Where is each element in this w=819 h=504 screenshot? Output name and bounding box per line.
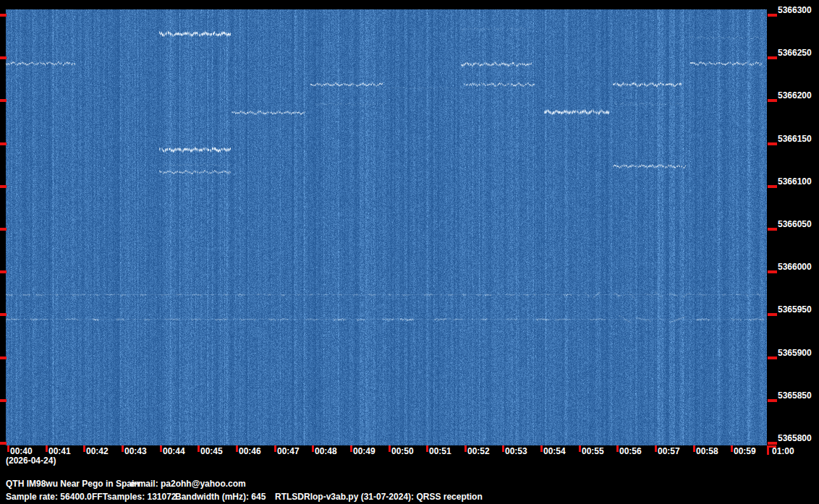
waterfall-spectrogram [6, 9, 767, 445]
time-tick [616, 445, 619, 452]
sample-rate-text: Sample rate: 56400.0 [6, 492, 92, 502]
freq-label: 5365800 [778, 433, 819, 443]
freq-tick-right [768, 399, 777, 402]
email-text: e-mail: pa2ohh@yahoo.com [130, 479, 246, 489]
time-tick [83, 445, 85, 452]
time-tick [464, 445, 467, 452]
time-label: 00:44 [163, 447, 185, 456]
freq-label: 5366100 [778, 176, 819, 187]
freq-label: 5366300 [778, 5, 819, 15]
freq-tick-right [768, 356, 777, 359]
freq-tick-right [768, 56, 777, 59]
time-tick [46, 445, 48, 452]
time-tick [312, 445, 314, 452]
time-label: 00:58 [696, 447, 718, 456]
time-label: 01:00 [772, 447, 794, 456]
time-tick [540, 445, 543, 452]
freq-tick-right [768, 313, 777, 316]
time-label: 00:57 [658, 447, 680, 456]
freq-tick-right [768, 142, 777, 145]
time-label: 00:48 [315, 447, 337, 456]
time-tick [655, 445, 657, 452]
time-tick [502, 445, 504, 452]
time-label: 00:47 [277, 447, 300, 456]
time-tick [350, 445, 352, 452]
time-tick [160, 445, 162, 452]
freq-tick-right [768, 228, 777, 231]
freq-tick-left [0, 228, 7, 231]
time-label: 00:42 [86, 447, 109, 456]
time-tick [7, 445, 9, 452]
time-label: 00:46 [239, 447, 261, 456]
freq-label: 5366250 [778, 48, 819, 58]
freq-tick-left [0, 56, 7, 59]
qrss-grabber-window: 5366300536625053662005366150536610053660… [0, 0, 819, 504]
time-label: 00:52 [467, 447, 490, 456]
time-label: 00:43 [124, 447, 147, 456]
time-label: 00:49 [353, 447, 375, 456]
freq-label: 5366200 [778, 90, 819, 101]
freq-label: 5366000 [778, 262, 819, 272]
freq-tick-right [768, 270, 777, 273]
time-tick [426, 445, 428, 452]
freq-tick-left [0, 185, 7, 188]
time-tick [198, 445, 200, 452]
time-tick [274, 445, 276, 452]
time-label: 00:56 [619, 447, 642, 456]
freq-tick-left [0, 442, 7, 445]
time-tick [693, 445, 695, 452]
freq-label: 5365850 [778, 390, 819, 401]
axis-corner-mark-vertical [767, 445, 769, 455]
freq-tick-left [0, 313, 7, 316]
time-label: 00:53 [505, 447, 527, 456]
freq-label: 5366150 [778, 134, 819, 144]
freq-tick-right [768, 14, 777, 17]
time-tick [122, 445, 124, 452]
date-label: (2026-04-24) [6, 456, 56, 466]
freq-tick-left [0, 99, 7, 102]
qth-text: QTH IM98wu Near Pego in Spain [6, 479, 140, 489]
time-label: 00:51 [429, 447, 451, 456]
time-tick [731, 445, 733, 452]
time-tick [389, 445, 391, 452]
freq-label: 5365950 [778, 304, 819, 315]
freq-tick-left [0, 270, 7, 273]
time-tick [236, 445, 238, 452]
freq-tick-right [768, 99, 777, 102]
time-label: 00:50 [391, 447, 414, 456]
time-tick [579, 445, 581, 452]
time-label: 00:55 [582, 447, 604, 456]
freq-label: 5365900 [778, 348, 819, 358]
time-label: 00:54 [543, 447, 566, 456]
freq-tick-left [0, 142, 7, 145]
time-label: 00:45 [200, 447, 223, 456]
freq-label: 5366050 [778, 219, 819, 229]
program-version-text: RTLSDRlop-v3ab.py (31-07-2024): QRSS rec… [275, 492, 483, 502]
freq-tick-left [0, 356, 7, 359]
freq-tick-right [768, 442, 777, 445]
freq-tick-right [768, 185, 777, 188]
freq-tick-left [0, 14, 7, 17]
fft-samples-text: FFTsamples: 131072 [92, 492, 177, 502]
freq-tick-left [0, 399, 7, 402]
time-label: 00:59 [734, 447, 756, 456]
bandwidth-text: Bandwidth (mHz): 645 [175, 492, 266, 502]
